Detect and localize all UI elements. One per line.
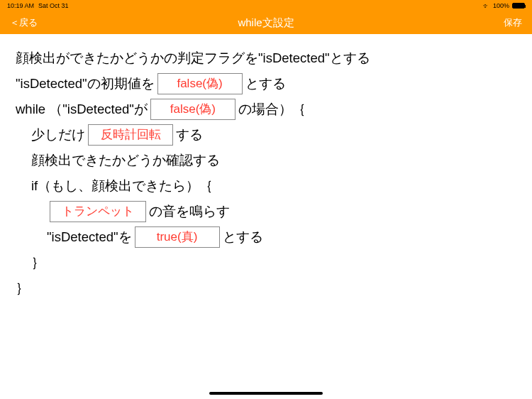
text-segment: "isDetected"を — [47, 224, 132, 249]
text-segment: 顔検出ができたかどうかの判定フラグを"isDetected"とする — [16, 45, 370, 70]
status-time: 10:19 AM — [7, 2, 34, 9]
code-line: ｝ — [16, 275, 516, 301]
back-button[interactable]: ＜戻る — [10, 16, 38, 29]
text-segment: とする — [245, 71, 286, 96]
status-bar: 10:19 AM Sat Oct 31 ᯤ 100% — [0, 0, 532, 11]
code-line: 顔検出できたかどうか確認する — [16, 148, 516, 173]
battery-icon — [512, 3, 525, 9]
content-area: 顔検出ができたかどうかの判定フラグを"isDetected"とする "isDet… — [0, 34, 532, 312]
text-segment: 少しだけ — [31, 122, 85, 147]
text-segment: とする — [223, 224, 263, 249]
code-line: ｝ — [16, 250, 516, 275]
code-line: "isDetected"を true(真) とする — [16, 224, 516, 250]
text-segment: ｝ — [31, 250, 45, 275]
code-line: トランペット の音を鳴らす — [16, 199, 516, 224]
chevron-left-icon: ＜ — [10, 16, 19, 29]
status-left: 10:19 AM Sat Oct 31 — [7, 2, 69, 9]
set-value-dropdown[interactable]: true(真) — [135, 226, 220, 248]
text-segment: 顔検出できたかどうか確認する — [31, 148, 220, 173]
text-segment: if（もし、顔検出できたら）｛ — [31, 173, 213, 198]
text-segment: の音を鳴らす — [149, 199, 230, 224]
code-line: while （"isDetected"が false(偽) の場合）｛ — [16, 97, 516, 122]
save-button[interactable]: 保存 — [504, 16, 522, 29]
code-line: "isDetected"の初期値を false(偽) とする — [16, 71, 516, 97]
text-segment: ｝ — [16, 275, 29, 300]
status-right: ᯤ 100% — [483, 2, 525, 10]
rotation-dropdown[interactable]: 反時計回転 — [88, 124, 173, 146]
initial-value-dropdown[interactable]: false(偽) — [157, 73, 243, 94]
wifi-icon: ᯤ — [483, 2, 490, 10]
text-segment: "isDetected"の初期値を — [16, 71, 155, 96]
home-indicator[interactable] — [209, 392, 323, 395]
text-segment: while （"isDetected"が — [16, 97, 148, 121]
code-line: if（もし、顔検出できたら）｛ — [16, 173, 516, 199]
battery-percent: 100% — [493, 2, 509, 9]
sound-dropdown[interactable]: トランペット — [50, 201, 146, 222]
nav-bar: ＜戻る while文設定 保存 — [0, 11, 532, 34]
code-line: 顔検出ができたかどうかの判定フラグを"isDetected"とする — [16, 45, 516, 71]
page-title: while文設定 — [238, 16, 294, 30]
text-segment: の場合）｛ — [238, 97, 306, 121]
while-condition-dropdown[interactable]: false(偽) — [150, 99, 235, 120]
code-line: 少しだけ 反時計回転 する — [16, 122, 516, 148]
text-segment: する — [176, 122, 203, 147]
status-date: Sat Oct 31 — [38, 2, 69, 9]
back-label: 戻る — [19, 16, 38, 29]
